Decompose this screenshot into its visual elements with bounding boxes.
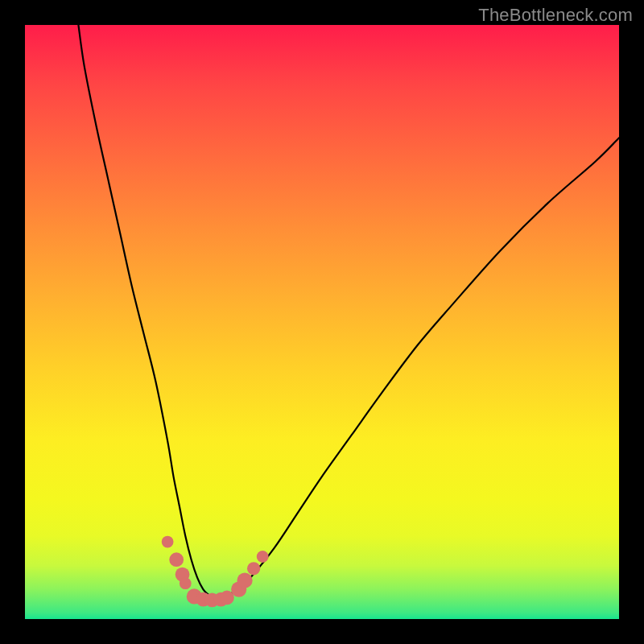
marker-dot	[257, 551, 269, 563]
marker-dot	[169, 552, 184, 567]
marker-dot	[247, 562, 260, 575]
chart-svg	[25, 25, 619, 619]
marker-dot	[180, 577, 192, 589]
outer-frame: TheBottleneck.com	[0, 0, 644, 644]
marker-dot	[162, 536, 174, 548]
marker-dot	[237, 572, 252, 588]
markers-group	[162, 536, 269, 608]
plot-area	[25, 25, 619, 619]
bottleneck-curve	[78, 25, 619, 602]
watermark-text: TheBottleneck.com	[478, 5, 633, 26]
